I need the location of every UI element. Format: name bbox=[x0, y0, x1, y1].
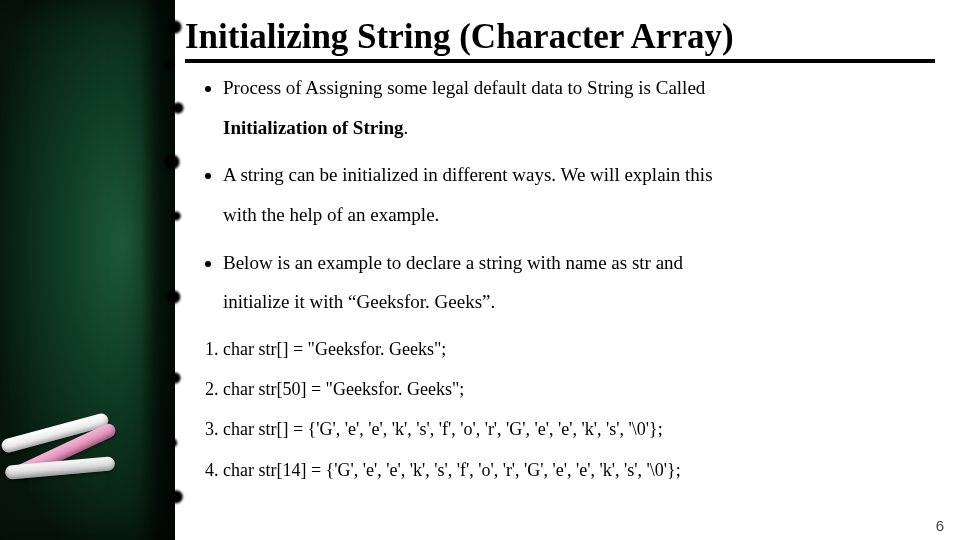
example-list: char str[] = "Geeksfor. Geeks"; char str… bbox=[195, 337, 925, 482]
bullet-1-bold: Initialization of String bbox=[223, 117, 404, 138]
slide-body: Process of Assigning some legal default … bbox=[195, 75, 925, 498]
bullet-1-text-a: Process of Assigning some legal default … bbox=[223, 77, 705, 98]
bullet-2-line1: A string can be initialized in different… bbox=[223, 164, 713, 185]
example-3: char str[] = {'G', 'e', 'e', 'k', 's', '… bbox=[223, 417, 925, 441]
bullet-1-tail: . bbox=[404, 117, 409, 138]
example-2: char str[50] = "Geeksfor. Geeks"; bbox=[223, 377, 925, 401]
bullet-2-line2: with the help of an example. bbox=[223, 202, 925, 228]
bullet-2: A string can be initialized in different… bbox=[223, 162, 925, 227]
bullet-3: Below is an example to declare a string … bbox=[223, 250, 925, 315]
bullet-list: Process of Assigning some legal default … bbox=[195, 75, 925, 315]
slide: Initializing String (Character Array) Pr… bbox=[0, 0, 960, 540]
bullet-3-line1: Below is an example to declare a string … bbox=[223, 252, 683, 273]
title-area: Initializing String (Character Array) bbox=[185, 18, 935, 63]
bullet-1: Process of Assigning some legal default … bbox=[223, 75, 925, 140]
chalkboard-strip bbox=[0, 0, 175, 540]
page-number: 6 bbox=[936, 517, 944, 534]
slide-title: Initializing String (Character Array) bbox=[185, 18, 935, 57]
title-underline: Initializing String (Character Array) bbox=[185, 18, 935, 63]
chalk-sticks bbox=[10, 410, 150, 480]
example-1: char str[] = "Geeksfor. Geeks"; bbox=[223, 337, 925, 361]
bullet-3-line2: initialize it with “Geeksfor. Geeks”. bbox=[223, 289, 925, 315]
example-4: char str[14] = {'G', 'e', 'e', 'k', 's',… bbox=[223, 458, 925, 482]
